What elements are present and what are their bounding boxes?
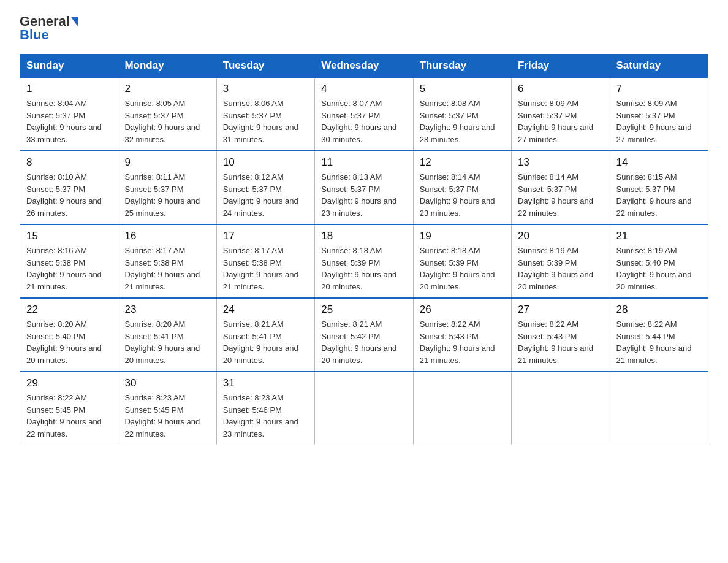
calendar-cell: 6 Sunrise: 8:09 AMSunset: 5:37 PMDayligh…	[512, 77, 610, 151]
day-info: Sunrise: 8:19 AMSunset: 5:40 PMDaylight:…	[616, 246, 692, 291]
calendar-header-row: SundayMondayTuesdayWednesdayThursdayFrid…	[20, 55, 708, 78]
calendar-week-row: 8 Sunrise: 8:10 AMSunset: 5:37 PMDayligh…	[20, 151, 708, 224]
day-number: 16	[124, 230, 210, 242]
calendar-cell: 16 Sunrise: 8:17 AMSunset: 5:38 PMDaylig…	[118, 224, 216, 298]
day-info: Sunrise: 8:20 AMSunset: 5:41 PMDaylight:…	[124, 320, 200, 365]
day-number: 2	[124, 83, 210, 95]
day-info: Sunrise: 8:21 AMSunset: 5:41 PMDaylight:…	[223, 320, 298, 365]
day-info: Sunrise: 8:17 AMSunset: 5:38 PMDaylight:…	[223, 246, 298, 291]
day-info: Sunrise: 8:23 AMSunset: 5:46 PMDaylight:…	[223, 393, 298, 439]
day-info: Sunrise: 8:15 AMSunset: 5:37 PMDaylight:…	[616, 172, 692, 218]
calendar-cell	[610, 372, 708, 445]
day-number: 11	[321, 156, 406, 169]
day-number: 1	[26, 83, 112, 95]
calendar-cell: 31 Sunrise: 8:23 AMSunset: 5:46 PMDaylig…	[216, 372, 314, 445]
day-info: Sunrise: 8:19 AMSunset: 5:39 PMDaylight:…	[518, 246, 593, 291]
day-number: 24	[223, 304, 308, 316]
calendar-week-row: 15 Sunrise: 8:16 AMSunset: 5:38 PMDaylig…	[20, 224, 708, 298]
calendar-cell: 12 Sunrise: 8:14 AMSunset: 5:37 PMDaylig…	[413, 151, 511, 224]
day-number: 8	[26, 156, 112, 169]
logo: General Blue	[20, 15, 78, 43]
day-info: Sunrise: 8:12 AMSunset: 5:37 PMDaylight:…	[223, 172, 298, 218]
day-number: 10	[223, 156, 308, 169]
header-tuesday: Tuesday	[216, 55, 314, 78]
calendar-cell: 19 Sunrise: 8:18 AMSunset: 5:39 PMDaylig…	[413, 224, 511, 298]
day-info: Sunrise: 8:16 AMSunset: 5:38 PMDaylight:…	[26, 246, 102, 291]
day-number: 25	[321, 304, 406, 316]
calendar-week-row: 22 Sunrise: 8:20 AMSunset: 5:40 PMDaylig…	[20, 298, 708, 372]
calendar-cell: 10 Sunrise: 8:12 AMSunset: 5:37 PMDaylig…	[216, 151, 314, 224]
calendar-cell: 9 Sunrise: 8:11 AMSunset: 5:37 PMDayligh…	[118, 151, 216, 224]
calendar-table: SundayMondayTuesdayWednesdayThursdayFrid…	[20, 54, 708, 445]
calendar-cell: 24 Sunrise: 8:21 AMSunset: 5:41 PMDaylig…	[216, 298, 314, 372]
day-number: 22	[26, 304, 112, 316]
day-info: Sunrise: 8:08 AMSunset: 5:37 PMDaylight:…	[420, 99, 495, 144]
day-info: Sunrise: 8:22 AMSunset: 5:43 PMDaylight:…	[420, 320, 495, 365]
calendar-cell: 3 Sunrise: 8:06 AMSunset: 5:37 PMDayligh…	[216, 77, 314, 151]
calendar-cell: 13 Sunrise: 8:14 AMSunset: 5:37 PMDaylig…	[512, 151, 610, 224]
header-thursday: Thursday	[413, 55, 511, 78]
calendar-cell: 26 Sunrise: 8:22 AMSunset: 5:43 PMDaylig…	[413, 298, 511, 372]
calendar-cell	[413, 372, 511, 445]
calendar-cell: 11 Sunrise: 8:13 AMSunset: 5:37 PMDaylig…	[315, 151, 413, 224]
day-info: Sunrise: 8:14 AMSunset: 5:37 PMDaylight:…	[420, 172, 495, 218]
day-number: 7	[616, 83, 702, 95]
day-info: Sunrise: 8:05 AMSunset: 5:37 PMDaylight:…	[124, 99, 200, 144]
calendar-cell: 1 Sunrise: 8:04 AMSunset: 5:37 PMDayligh…	[20, 77, 118, 151]
day-number: 21	[616, 230, 702, 242]
day-info: Sunrise: 8:22 AMSunset: 5:44 PMDaylight:…	[616, 320, 692, 365]
day-info: Sunrise: 8:09 AMSunset: 5:37 PMDaylight:…	[518, 99, 593, 144]
day-info: Sunrise: 8:23 AMSunset: 5:45 PMDaylight:…	[124, 393, 200, 439]
header-saturday: Saturday	[610, 55, 708, 78]
calendar-cell: 29 Sunrise: 8:22 AMSunset: 5:45 PMDaylig…	[20, 372, 118, 445]
day-number: 5	[420, 83, 505, 95]
calendar-cell: 25 Sunrise: 8:21 AMSunset: 5:42 PMDaylig…	[315, 298, 413, 372]
day-number: 18	[321, 230, 406, 242]
header-friday: Friday	[512, 55, 610, 78]
day-info: Sunrise: 8:10 AMSunset: 5:37 PMDaylight:…	[26, 172, 102, 218]
day-number: 3	[223, 83, 308, 95]
logo-blue: Blue	[20, 27, 49, 43]
day-info: Sunrise: 8:22 AMSunset: 5:45 PMDaylight:…	[26, 393, 102, 439]
day-number: 6	[518, 83, 603, 95]
day-number: 13	[518, 156, 603, 169]
day-info: Sunrise: 8:20 AMSunset: 5:40 PMDaylight:…	[26, 320, 102, 365]
day-number: 23	[124, 304, 210, 316]
day-info: Sunrise: 8:21 AMSunset: 5:42 PMDaylight:…	[321, 320, 396, 365]
calendar-cell: 7 Sunrise: 8:09 AMSunset: 5:37 PMDayligh…	[610, 77, 708, 151]
day-info: Sunrise: 8:07 AMSunset: 5:37 PMDaylight:…	[321, 99, 396, 144]
calendar-cell: 22 Sunrise: 8:20 AMSunset: 5:40 PMDaylig…	[20, 298, 118, 372]
logo-general: General	[20, 15, 78, 28]
day-info: Sunrise: 8:22 AMSunset: 5:43 PMDaylight:…	[518, 320, 593, 365]
calendar-cell: 14 Sunrise: 8:15 AMSunset: 5:37 PMDaylig…	[610, 151, 708, 224]
calendar-week-row: 1 Sunrise: 8:04 AMSunset: 5:37 PMDayligh…	[20, 77, 708, 151]
calendar-cell: 28 Sunrise: 8:22 AMSunset: 5:44 PMDaylig…	[610, 298, 708, 372]
calendar-cell: 17 Sunrise: 8:17 AMSunset: 5:38 PMDaylig…	[216, 224, 314, 298]
calendar-cell	[315, 372, 413, 445]
header-sunday: Sunday	[20, 55, 118, 78]
calendar-cell: 15 Sunrise: 8:16 AMSunset: 5:38 PMDaylig…	[20, 224, 118, 298]
calendar-cell: 21 Sunrise: 8:19 AMSunset: 5:40 PMDaylig…	[610, 224, 708, 298]
day-number: 26	[420, 304, 505, 316]
day-info: Sunrise: 8:17 AMSunset: 5:38 PMDaylight:…	[124, 246, 200, 291]
day-number: 31	[223, 377, 308, 389]
header-monday: Monday	[118, 55, 216, 78]
calendar-cell: 18 Sunrise: 8:18 AMSunset: 5:39 PMDaylig…	[315, 224, 413, 298]
calendar-cell	[512, 372, 610, 445]
day-number: 30	[124, 377, 210, 389]
calendar-cell: 4 Sunrise: 8:07 AMSunset: 5:37 PMDayligh…	[315, 77, 413, 151]
day-number: 19	[420, 230, 505, 242]
day-info: Sunrise: 8:06 AMSunset: 5:37 PMDaylight:…	[223, 99, 298, 144]
day-info: Sunrise: 8:04 AMSunset: 5:37 PMDaylight:…	[26, 99, 102, 144]
calendar-week-row: 29 Sunrise: 8:22 AMSunset: 5:45 PMDaylig…	[20, 372, 708, 445]
day-info: Sunrise: 8:11 AMSunset: 5:37 PMDaylight:…	[124, 172, 200, 218]
day-number: 9	[124, 156, 210, 169]
day-info: Sunrise: 8:18 AMSunset: 5:39 PMDaylight:…	[420, 246, 495, 291]
calendar-cell: 27 Sunrise: 8:22 AMSunset: 5:43 PMDaylig…	[512, 298, 610, 372]
calendar-cell: 5 Sunrise: 8:08 AMSunset: 5:37 PMDayligh…	[413, 77, 511, 151]
day-number: 29	[26, 377, 112, 389]
calendar-cell: 2 Sunrise: 8:05 AMSunset: 5:37 PMDayligh…	[118, 77, 216, 151]
day-number: 17	[223, 230, 308, 242]
calendar-cell: 8 Sunrise: 8:10 AMSunset: 5:37 PMDayligh…	[20, 151, 118, 224]
day-number: 4	[321, 83, 406, 95]
